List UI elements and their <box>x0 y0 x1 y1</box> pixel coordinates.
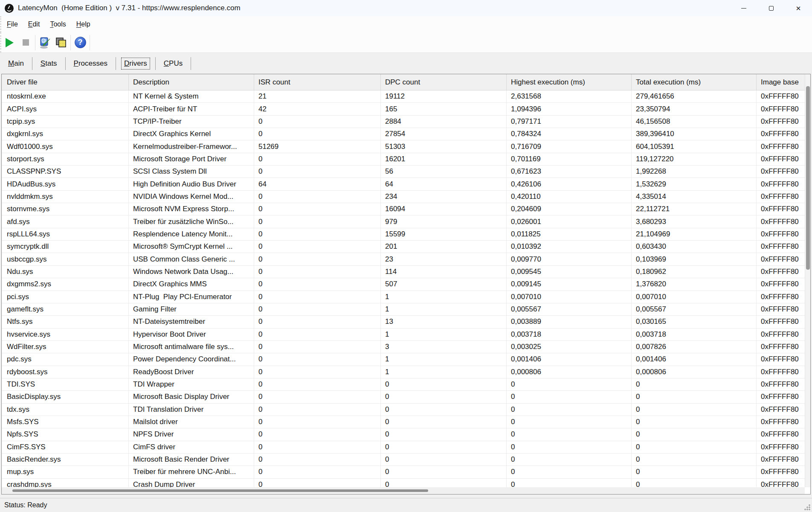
cell: Microsoft Storage Port Driver <box>129 153 254 165</box>
cell: 0,011825 <box>507 228 632 240</box>
table-row[interactable]: ntoskrnl.exeNT Kernel & System21191122,6… <box>2 90 810 103</box>
table-row[interactable]: CLASSPNP.SYSSCSI Class System Dll0560,67… <box>2 166 810 178</box>
tab-processes[interactable]: Processes <box>71 58 110 69</box>
cell: afd.sys <box>2 215 129 227</box>
table-row[interactable]: gameflt.sysGaming Filter010,0055670,0055… <box>2 303 810 316</box>
table-row[interactable]: TDI.SYSTDI Wrapper00000xFFFFF80 <box>2 378 810 391</box>
cell: 0 <box>254 203 381 215</box>
cell: Microsoft NVM Express Storp... <box>129 203 254 215</box>
column-header-driver-file[interactable]: Driver file <box>2 74 129 90</box>
tab-separator <box>116 57 116 70</box>
cell: 4,335014 <box>632 191 757 203</box>
cell: 0 <box>632 391 757 403</box>
cell: HDAudBus.sys <box>2 178 129 190</box>
latencymon-window: LatencyMon (Home Edition ) v 7.31 - http… <box>0 0 812 512</box>
cell: dxgkrnl.sys <box>2 128 129 140</box>
table-row[interactable]: crashdmp.sysCrash Dump Driver00000xFFFFF… <box>2 479 810 487</box>
table-row[interactable]: BasicRender.sysMicrosoft Basic Render Dr… <box>2 454 810 466</box>
table-row[interactable]: rdyboost.sysReadyBoost Driver010,0008060… <box>2 366 810 378</box>
table-row[interactable]: tdx.sysTDI Translation Driver00000xFFFFF… <box>2 404 810 416</box>
cell: NT Kernel & System <box>129 90 254 102</box>
cell: 0xFFFFF80 <box>757 166 810 177</box>
table-row[interactable]: mup.sysTreiber für mehrere UNC-Anbi...00… <box>2 466 810 478</box>
table-row[interactable]: usbccgp.sysUSB Common Class Generic ...0… <box>2 253 810 265</box>
tab-stats[interactable]: Stats <box>38 58 60 69</box>
cell: 0 <box>381 378 507 390</box>
cell: 0 <box>254 266 381 278</box>
column-header-image-base[interactable]: Image base <box>757 74 810 90</box>
menu-item-file[interactable]: File <box>1 20 23 28</box>
cell: 0xFFFFF80 <box>757 316 810 328</box>
menu-item-edit[interactable]: Edit <box>23 20 45 28</box>
table-row[interactable]: CimFS.SYSCimFS driver00000xFFFFF80 <box>2 441 810 454</box>
table-row[interactable]: Npfs.SYSNPFS Driver00000xFFFFF80 <box>2 428 810 441</box>
maximize-button[interactable] <box>757 0 785 16</box>
vertical-scrollbar-thumb[interactable] <box>806 86 810 270</box>
table-row[interactable]: HDAudBus.sysHigh Definition Audio Bus Dr… <box>2 178 810 190</box>
table-row[interactable]: symcryptk.dllMicrosoft® SymCrypt Kernel … <box>2 241 810 253</box>
cell: 0 <box>507 479 632 487</box>
column-header-dpc-count[interactable]: DPC count <box>381 74 507 90</box>
cell: Treiber für mehrere UNC-Anbi... <box>129 466 254 478</box>
cell: 0 <box>507 466 632 478</box>
column-header-isr-count[interactable]: ISR count <box>254 74 381 90</box>
table-row[interactable]: Ndu.sysWindows Network Data Usag...01140… <box>2 266 810 278</box>
horizontal-scrollbar[interactable] <box>2 487 805 494</box>
cell: 0xFFFFF80 <box>757 329 810 340</box>
cell: usbccgp.sys <box>2 253 129 265</box>
cell: crashdmp.sys <box>2 479 129 487</box>
table-row[interactable]: stornvme.sysMicrosoft NVM Express Storp.… <box>2 203 810 215</box>
column-header-highest-execution-ms-[interactable]: Highest execution (ms) <box>507 74 632 90</box>
table-row[interactable]: dxgmms2.sysDirectX Graphics MMS05070,009… <box>2 278 810 291</box>
resize-grip[interactable] <box>804 504 810 510</box>
cell: 0 <box>254 215 381 227</box>
cell: 0xFFFFF80 <box>757 441 810 453</box>
table-row[interactable]: nvlddmkm.sysNVIDIA Windows Kernel Mod...… <box>2 191 810 203</box>
report-button[interactable] <box>53 35 69 51</box>
maximize-icon <box>769 6 774 11</box>
cell: NT-Dateisystemtreiber <box>129 316 254 328</box>
table-row[interactable]: hvservice.sysHypervisor Boot Driver010,0… <box>2 329 810 341</box>
cell: 0xFFFFF80 <box>757 140 810 152</box>
cell: 0,003889 <box>507 316 632 328</box>
cell: ntoskrnl.exe <box>2 90 129 102</box>
cell: TDI Wrapper <box>129 378 254 390</box>
cell: 0 <box>632 454 757 465</box>
table-row[interactable]: Msfs.SYSMailslot driver00000xFFFFF80 <box>2 416 810 428</box>
tab-drivers[interactable]: Drivers <box>122 58 150 69</box>
cell: 0,180962 <box>632 266 757 278</box>
column-header-total-execution-ms-[interactable]: Total execution (ms) <box>632 74 757 90</box>
cell: 1 <box>381 303 507 315</box>
tab-cpus[interactable]: CPUs <box>161 58 185 69</box>
cell: 0xFFFFF80 <box>757 203 810 215</box>
menu-item-help[interactable]: Help <box>71 20 96 28</box>
analyze-button[interactable] <box>37 35 53 51</box>
table-row[interactable]: storport.sysMicrosoft Storage Port Drive… <box>2 153 810 166</box>
table-row[interactable]: afd.sysTreiber für zusätzliche WinSo...0… <box>2 215 810 228</box>
tab-main[interactable]: Main <box>6 58 26 69</box>
table-row[interactable]: tcpip.sysTCP/IP-Treiber028840,79717146,1… <box>2 116 810 128</box>
table-row[interactable]: BasicDisplay.sysMicrosoft Basic Display … <box>2 391 810 403</box>
table-row[interactable]: ACPI.sysACPI-Treiber für NT421651,094396… <box>2 103 810 115</box>
cell: 0 <box>381 441 507 453</box>
start-monitor-button[interactable] <box>1 35 17 51</box>
cell: 0 <box>254 366 381 378</box>
table-row[interactable]: dxgkrnl.sysDirectX Graphics Kernel027854… <box>2 128 810 140</box>
vertical-scrollbar[interactable] <box>805 74 810 487</box>
horizontal-scrollbar-thumb[interactable] <box>12 489 428 492</box>
table-row[interactable]: pci.sysNT-Plug Play PCI-Enumerator010,00… <box>2 291 810 303</box>
close-button[interactable]: ✕ <box>785 0 812 16</box>
table-row[interactable]: pdc.sysPower Dependency Coordinat...010,… <box>2 353 810 366</box>
table-row[interactable]: Wdf01000.sysKernelmodustreiber-Framewor.… <box>2 140 810 153</box>
menu-item-tools[interactable]: Tools <box>45 20 71 28</box>
cell: 56 <box>381 166 507 177</box>
help-button[interactable]: ? <box>72 35 88 51</box>
table-row[interactable]: Ntfs.sysNT-Dateisystemtreiber0130,003889… <box>2 316 810 328</box>
cell: 3,680293 <box>632 215 757 227</box>
table-row[interactable]: rspLLL64.sysResplendence Latency Monit..… <box>2 228 810 241</box>
column-header-description[interactable]: Description <box>129 74 254 90</box>
cell: 51269 <box>254 140 381 152</box>
minimize-button[interactable] <box>730 0 757 16</box>
table-row[interactable]: WdFilter.sysMicrosoft antimalware file s… <box>2 341 810 353</box>
stop-monitor-button[interactable] <box>17 35 34 51</box>
